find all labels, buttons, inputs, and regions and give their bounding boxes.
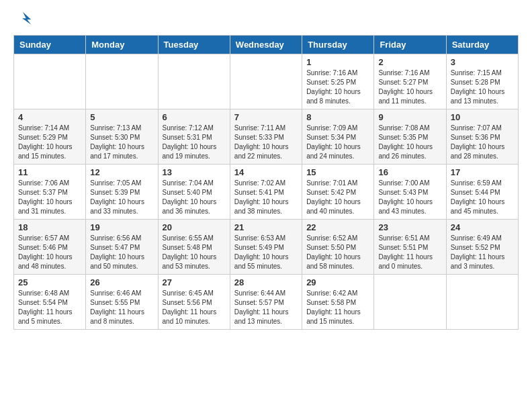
page-header	[13, 11, 519, 30]
day-number: 12	[90, 167, 153, 177]
day-info: Sunrise: 6:42 AM Sunset: 5:58 PM Dayligh…	[306, 289, 369, 326]
calendar-cell: 22Sunrise: 6:52 AM Sunset: 5:50 PM Dayli…	[302, 220, 374, 275]
day-number: 27	[163, 277, 226, 287]
day-info: Sunrise: 7:08 AM Sunset: 5:35 PM Dayligh…	[378, 124, 441, 161]
day-number: 13	[163, 167, 226, 177]
day-number: 4	[18, 112, 81, 122]
day-number: 14	[234, 167, 298, 177]
day-number: 26	[90, 277, 153, 287]
calendar-cell: 21Sunrise: 6:53 AM Sunset: 5:49 PM Dayli…	[230, 220, 302, 275]
day-number: 19	[90, 222, 153, 232]
calendar-cell: 23Sunrise: 6:51 AM Sunset: 5:51 PM Dayli…	[374, 220, 446, 275]
day-info: Sunrise: 6:44 AM Sunset: 5:57 PM Dayligh…	[234, 289, 298, 326]
calendar-cell	[14, 54, 86, 109]
day-info: Sunrise: 7:11 AM Sunset: 5:33 PM Dayligh…	[234, 124, 298, 161]
calendar-cell: 10Sunrise: 7:07 AM Sunset: 5:36 PM Dayli…	[446, 109, 518, 165]
day-info: Sunrise: 7:13 AM Sunset: 5:30 PM Dayligh…	[90, 124, 153, 161]
day-of-week-header: Sunday	[14, 36, 86, 54]
logo	[13, 11, 35, 30]
day-number: 8	[306, 112, 369, 122]
calendar-cell: 28Sunrise: 6:44 AM Sunset: 5:57 PM Dayli…	[230, 275, 302, 330]
day-number: 23	[378, 222, 441, 232]
calendar-cell: 26Sunrise: 6:46 AM Sunset: 5:55 PM Dayli…	[86, 275, 158, 330]
calendar-cell: 8Sunrise: 7:09 AM Sunset: 5:34 PM Daylig…	[302, 109, 374, 165]
day-of-week-header: Friday	[374, 36, 446, 54]
day-info: Sunrise: 6:57 AM Sunset: 5:46 PM Dayligh…	[18, 234, 81, 271]
calendar-week-row: 11Sunrise: 7:06 AM Sunset: 5:37 PM Dayli…	[14, 165, 519, 220]
day-number: 22	[306, 222, 369, 232]
calendar-cell: 6Sunrise: 7:12 AM Sunset: 5:31 PM Daylig…	[158, 109, 230, 165]
day-number: 21	[234, 222, 298, 232]
day-info: Sunrise: 6:53 AM Sunset: 5:49 PM Dayligh…	[234, 234, 298, 271]
day-number: 1	[306, 57, 369, 67]
day-number: 28	[234, 277, 298, 287]
day-of-week-header: Saturday	[446, 36, 518, 54]
day-info: Sunrise: 7:16 AM Sunset: 5:27 PM Dayligh…	[378, 68, 441, 106]
calendar-cell: 18Sunrise: 6:57 AM Sunset: 5:46 PM Dayli…	[14, 220, 86, 275]
day-of-week-header: Tuesday	[158, 36, 230, 54]
day-info: Sunrise: 7:09 AM Sunset: 5:34 PM Dayligh…	[306, 124, 369, 161]
day-info: Sunrise: 6:51 AM Sunset: 5:51 PM Dayligh…	[378, 234, 441, 271]
calendar-cell: 16Sunrise: 7:00 AM Sunset: 5:43 PM Dayli…	[374, 165, 446, 220]
day-info: Sunrise: 7:07 AM Sunset: 5:36 PM Dayligh…	[451, 124, 514, 161]
calendar-body: 1Sunrise: 7:16 AM Sunset: 5:25 PM Daylig…	[14, 54, 519, 330]
day-info: Sunrise: 7:16 AM Sunset: 5:25 PM Dayligh…	[306, 68, 369, 106]
svg-marker-0	[22, 12, 31, 25]
calendar-cell: 25Sunrise: 6:48 AM Sunset: 5:54 PM Dayli…	[14, 275, 86, 330]
calendar-header: SundayMondayTuesdayWednesdayThursdayFrid…	[14, 36, 519, 54]
day-number: 5	[90, 112, 153, 122]
day-number: 25	[18, 277, 81, 287]
day-info: Sunrise: 7:15 AM Sunset: 5:28 PM Dayligh…	[451, 68, 514, 106]
calendar-cell: 4Sunrise: 7:14 AM Sunset: 5:29 PM Daylig…	[14, 109, 86, 165]
day-number: 24	[451, 222, 514, 232]
calendar-cell: 14Sunrise: 7:02 AM Sunset: 5:41 PM Dayli…	[230, 165, 302, 220]
calendar-cell: 19Sunrise: 6:56 AM Sunset: 5:47 PM Dayli…	[86, 220, 158, 275]
calendar-week-row: 25Sunrise: 6:48 AM Sunset: 5:54 PM Dayli…	[14, 275, 519, 330]
day-info: Sunrise: 6:49 AM Sunset: 5:52 PM Dayligh…	[451, 234, 514, 271]
day-info: Sunrise: 7:06 AM Sunset: 5:37 PM Dayligh…	[18, 179, 81, 216]
day-info: Sunrise: 6:55 AM Sunset: 5:48 PM Dayligh…	[163, 234, 226, 271]
day-number: 16	[378, 167, 441, 177]
day-number: 20	[163, 222, 226, 232]
day-info: Sunrise: 7:14 AM Sunset: 5:29 PM Dayligh…	[18, 124, 81, 161]
day-info: Sunrise: 7:02 AM Sunset: 5:41 PM Dayligh…	[234, 179, 298, 216]
calendar-cell	[86, 54, 158, 109]
calendar-cell: 17Sunrise: 6:59 AM Sunset: 5:44 PM Dayli…	[446, 165, 518, 220]
calendar-table: SundayMondayTuesdayWednesdayThursdayFrid…	[13, 35, 519, 330]
day-info: Sunrise: 6:56 AM Sunset: 5:47 PM Dayligh…	[90, 234, 153, 271]
day-number: 18	[18, 222, 81, 232]
day-number: 10	[451, 112, 514, 122]
calendar-cell: 7Sunrise: 7:11 AM Sunset: 5:33 PM Daylig…	[230, 109, 302, 165]
day-number: 6	[163, 112, 226, 122]
day-number: 15	[306, 167, 369, 177]
day-info: Sunrise: 7:04 AM Sunset: 5:40 PM Dayligh…	[163, 179, 226, 216]
calendar-cell: 5Sunrise: 7:13 AM Sunset: 5:30 PM Daylig…	[86, 109, 158, 165]
day-number: 2	[378, 57, 441, 67]
header-row: SundayMondayTuesdayWednesdayThursdayFrid…	[14, 36, 519, 54]
calendar-cell: 15Sunrise: 7:01 AM Sunset: 5:42 PM Dayli…	[302, 165, 374, 220]
calendar-cell	[158, 54, 230, 109]
calendar-cell: 27Sunrise: 6:45 AM Sunset: 5:56 PM Dayli…	[158, 275, 230, 330]
calendar-cell	[446, 275, 518, 330]
calendar-week-row: 18Sunrise: 6:57 AM Sunset: 5:46 PM Dayli…	[14, 220, 519, 275]
calendar-cell	[230, 54, 302, 109]
day-info: Sunrise: 6:59 AM Sunset: 5:44 PM Dayligh…	[451, 179, 514, 216]
day-info: Sunrise: 6:48 AM Sunset: 5:54 PM Dayligh…	[18, 289, 81, 326]
calendar-cell: 9Sunrise: 7:08 AM Sunset: 5:35 PM Daylig…	[374, 109, 446, 165]
calendar-cell: 2Sunrise: 7:16 AM Sunset: 5:27 PM Daylig…	[374, 54, 446, 109]
calendar-cell: 1Sunrise: 7:16 AM Sunset: 5:25 PM Daylig…	[302, 54, 374, 109]
day-info: Sunrise: 7:01 AM Sunset: 5:42 PM Dayligh…	[306, 179, 369, 216]
calendar-cell	[374, 275, 446, 330]
calendar-cell: 24Sunrise: 6:49 AM Sunset: 5:52 PM Dayli…	[446, 220, 518, 275]
day-info: Sunrise: 6:46 AM Sunset: 5:55 PM Dayligh…	[90, 289, 153, 326]
calendar-week-row: 1Sunrise: 7:16 AM Sunset: 5:25 PM Daylig…	[14, 54, 519, 109]
calendar-cell: 11Sunrise: 7:06 AM Sunset: 5:37 PM Dayli…	[14, 165, 86, 220]
day-number: 17	[451, 167, 514, 177]
calendar-cell: 12Sunrise: 7:05 AM Sunset: 5:39 PM Dayli…	[86, 165, 158, 220]
day-info: Sunrise: 7:12 AM Sunset: 5:31 PM Dayligh…	[163, 124, 226, 161]
day-of-week-header: Thursday	[302, 36, 374, 54]
day-info: Sunrise: 6:45 AM Sunset: 5:56 PM Dayligh…	[163, 289, 226, 326]
calendar-week-row: 4Sunrise: 7:14 AM Sunset: 5:29 PM Daylig…	[14, 109, 519, 165]
day-number: 3	[451, 57, 514, 67]
calendar-cell: 3Sunrise: 7:15 AM Sunset: 5:28 PM Daylig…	[446, 54, 518, 109]
